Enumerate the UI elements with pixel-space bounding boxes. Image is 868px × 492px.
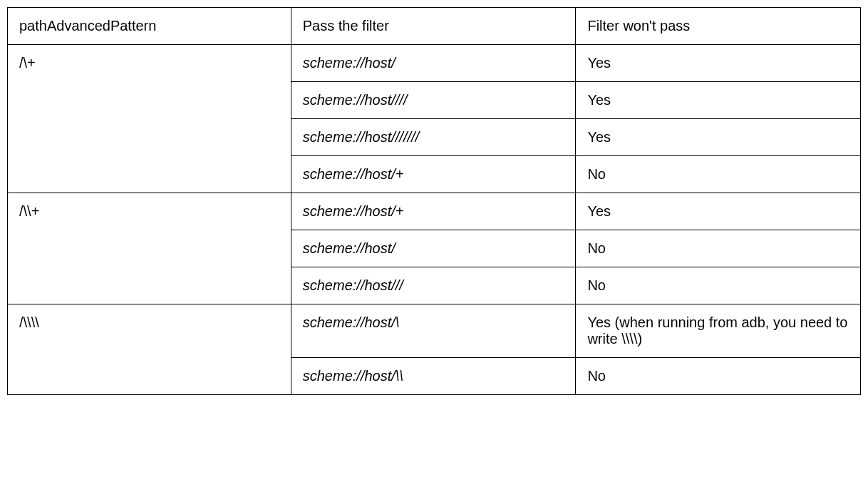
pattern-cell: /\\+ — [8, 193, 291, 304]
table-row: /\+ scheme://host/ Yes — [8, 45, 861, 82]
result-cell: Yes — [576, 193, 861, 230]
result-cell: Yes — [576, 45, 861, 82]
table-header-row: pathAdvancedPattern Pass the filter Filt… — [8, 8, 861, 45]
result-cell: No — [576, 230, 861, 267]
pattern-cell: /\+ — [8, 45, 291, 193]
result-cell: Yes — [576, 119, 861, 156]
pattern-cell: /\\\\ — [8, 304, 291, 395]
result-cell: No — [576, 156, 861, 193]
pass-cell: scheme://host/+ — [291, 193, 576, 230]
pattern-table: pathAdvancedPattern Pass the filter Filt… — [7, 7, 861, 395]
table-row: /\\\\ scheme://host/\ Yes (when running … — [8, 304, 861, 358]
header-col2: Pass the filter — [291, 8, 576, 45]
pass-cell: scheme://host/ — [291, 45, 576, 82]
pass-cell: scheme://host/\ — [291, 304, 576, 358]
pass-cell: scheme://host/ — [291, 230, 576, 267]
pass-cell: scheme://host/\\ — [291, 358, 576, 395]
pass-cell: scheme://host/+ — [291, 156, 576, 193]
table-row: /\\+ scheme://host/+ Yes — [8, 193, 861, 230]
result-cell: No — [576, 267, 861, 304]
result-cell: No — [576, 358, 861, 395]
pass-cell: scheme://host//// — [291, 82, 576, 119]
header-col3: Filter won't pass — [576, 8, 861, 45]
header-col1: pathAdvancedPattern — [8, 8, 291, 45]
result-cell: Yes — [576, 82, 861, 119]
pass-cell: scheme://host/// — [291, 267, 576, 304]
result-cell: Yes (when running from adb, you need to … — [576, 304, 861, 358]
pass-cell: scheme://host/////// — [291, 119, 576, 156]
